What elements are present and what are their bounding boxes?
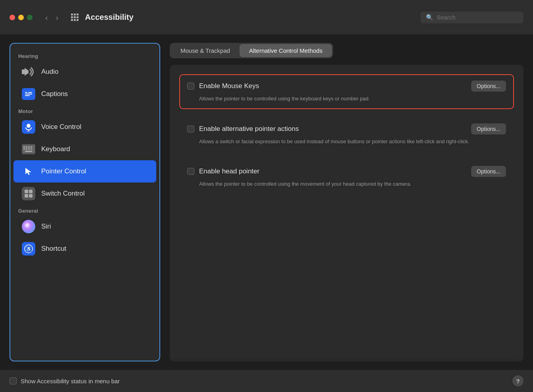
grid-dot [77, 19, 79, 21]
svg-rect-8 [27, 124, 30, 128]
checkbox-mouse-keys[interactable] [187, 83, 194, 90]
svg-rect-18 [28, 148, 30, 150]
switch-icon [22, 187, 35, 200]
show-status-label: Show Accessibility status in menu bar [21, 378, 120, 384]
grid-dot [74, 19, 76, 21]
svg-rect-16 [23, 148, 25, 150]
svg-rect-15 [31, 146, 32, 148]
sidebar-item-pointer-control[interactable]: Pointer Control [13, 160, 156, 183]
back-button[interactable]: ‹ [42, 12, 51, 23]
section-general: General [10, 205, 159, 215]
svg-rect-22 [25, 190, 28, 193]
sidebar-item-switch-control[interactable]: Switch Control [13, 183, 156, 205]
options-button-alt-pointer[interactable]: Options... [471, 123, 506, 135]
search-input[interactable] [437, 14, 518, 21]
options-button-head-pointer[interactable]: Options... [471, 166, 506, 177]
svg-marker-21 [25, 168, 31, 175]
help-button[interactable]: ? [512, 375, 523, 386]
checkbox-alt-pointer[interactable] [187, 125, 194, 133]
tabs-bar: Mouse & Trackpad Alternative Control Met… [170, 43, 333, 58]
sidebar-item-siri[interactable]: Siri [13, 215, 156, 238]
nav-buttons: ‹ › [42, 12, 61, 23]
right-panel: Mouse & Trackpad Alternative Control Met… [160, 43, 523, 361]
audio-icon-wrapper [21, 65, 36, 79]
option-alt-pointer-title: Enable alternative pointer actions [199, 125, 299, 133]
sidebar: Hearing Audio [10, 43, 160, 361]
grid-dot [74, 13, 76, 15]
svg-rect-19 [31, 148, 32, 150]
option-head-pointer-desc: Allows the pointer to be controlled usin… [187, 180, 506, 188]
sidebar-item-label-pointer: Pointer Control [41, 167, 86, 175]
option-mouse-keys-title: Enable Mouse Keys [199, 82, 259, 90]
sidebar-item-label-voice-control: Voice Control [41, 123, 81, 131]
option-mouse-keys-header: Enable Mouse Keys Options... [187, 81, 506, 92]
keyboard-icon [22, 144, 35, 154]
sidebar-item-captions[interactable]: Captions [13, 83, 156, 105]
option-row-alt-pointer: Enable alternative pointer actions Optio… [179, 117, 514, 152]
pointer-icon-wrapper [21, 164, 36, 179]
sidebar-item-label-switch: Switch Control [41, 190, 85, 198]
option-alt-pointer-desc: Allows a switch or facial expression to … [187, 138, 506, 146]
shortcut-icon: ♿ [22, 242, 35, 256]
pointer-icon [22, 165, 35, 178]
captions-icon-wrapper [21, 87, 36, 101]
svg-rect-17 [26, 148, 27, 150]
grid-dot [77, 13, 79, 15]
sidebar-item-voice-control[interactable]: Voice Control [13, 116, 156, 138]
sidebar-item-keyboard[interactable]: Keyboard [13, 138, 156, 160]
sidebar-item-label-siri: Siri [41, 223, 51, 231]
svg-rect-4 [28, 92, 32, 93]
audio-icon [22, 66, 35, 78]
svg-rect-20 [25, 151, 32, 152]
switch-icon-wrapper [21, 186, 36, 201]
shortcut-icon-wrapper: ♿ [21, 242, 36, 256]
titlebar: ‹ › Accessibility 🔍 [0, 0, 533, 35]
grid-dot [74, 16, 76, 18]
section-motor: Motor [10, 105, 159, 116]
grid-dot [77, 16, 79, 18]
minimize-button[interactable] [18, 15, 24, 20]
app-grid-icon[interactable] [71, 13, 79, 21]
checkbox-head-pointer[interactable] [187, 168, 194, 175]
forward-button[interactable]: › [53, 12, 62, 23]
option-mouse-keys-left: Enable Mouse Keys [187, 82, 259, 90]
main-content: Hearing Audio [0, 35, 533, 369]
siri-icon-wrapper [21, 219, 36, 234]
tab-alternative-control[interactable]: Alternative Control Methods [240, 44, 332, 57]
search-bar[interactable]: 🔍 [420, 12, 523, 23]
close-button[interactable] [10, 15, 15, 20]
maximize-button[interactable] [27, 15, 33, 20]
svg-rect-25 [29, 194, 33, 198]
voice-control-icon-wrapper [21, 120, 36, 134]
svg-rect-14 [28, 146, 30, 148]
option-mouse-keys-desc: Allows the pointer to be controlled usin… [187, 95, 506, 103]
voice-control-icon [22, 120, 35, 134]
option-alt-pointer-header: Enable alternative pointer actions Optio… [187, 123, 506, 135]
content-area: Enable Mouse Keys Options... Allows the … [170, 65, 523, 361]
grid-dot [71, 13, 73, 15]
sidebar-item-label-keyboard: Keyboard [41, 145, 70, 153]
section-hearing: Hearing [10, 50, 159, 61]
option-head-pointer-title: Enable head pointer [199, 167, 259, 175]
sidebar-item-label-captions: Captions [41, 90, 68, 98]
svg-rect-0 [22, 69, 25, 74]
option-row-mouse-keys: Enable Mouse Keys Options... Allows the … [179, 74, 514, 109]
grid-dot [71, 16, 73, 18]
option-head-pointer-left: Enable head pointer [187, 167, 259, 175]
traffic-lights [10, 15, 33, 20]
sidebar-item-audio[interactable]: Audio [13, 61, 156, 83]
tab-mouse-trackpad[interactable]: Mouse & Trackpad [171, 44, 240, 57]
window-title: Accessibility [85, 13, 414, 22]
option-head-pointer-header: Enable head pointer Options... [187, 166, 506, 177]
svg-text:♿: ♿ [25, 246, 32, 252]
sidebar-item-label-audio: Audio [41, 68, 58, 76]
keyboard-icon-wrapper [21, 142, 36, 156]
sidebar-item-shortcut[interactable]: ♿ Shortcut [13, 238, 156, 260]
checkbox-show-status[interactable] [10, 377, 17, 384]
grid-dot [71, 19, 73, 21]
svg-rect-6 [25, 95, 30, 96]
options-button-mouse-keys[interactable]: Options... [471, 81, 506, 92]
siri-icon [22, 220, 35, 233]
svg-rect-24 [25, 194, 28, 198]
svg-marker-1 [25, 68, 29, 76]
